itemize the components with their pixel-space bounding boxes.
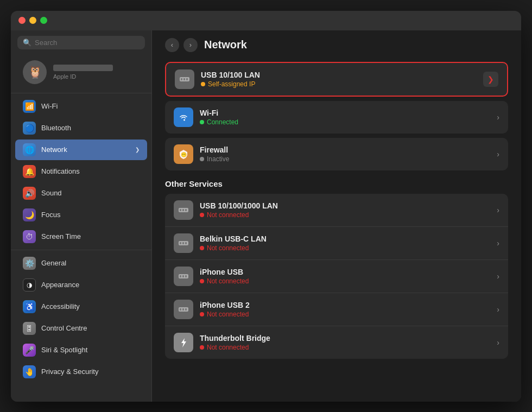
svg-rect-15	[182, 275, 184, 277]
sidebar: 🔍 🦉 Apple ID 📶 Wi-Fi 🔵 Bluetooth	[11, 30, 152, 402]
privacy-icon: 🤚	[23, 365, 36, 378]
wifi-net-status: Connected	[200, 118, 492, 126]
sidebar-item-privacy[interactable]: 🤚 Privacy & Security	[15, 362, 147, 382]
network-item-iphone-usb[interactable]: iPhone USB Not connected ›	[165, 260, 508, 293]
thunderbolt-status: Not connected	[200, 344, 492, 351]
wifi-status-dot	[200, 120, 204, 124]
firewall-status: Inactive	[200, 155, 492, 163]
apple-id-info: Apple ID	[53, 65, 113, 80]
sidebar-label-bluetooth: Bluetooth	[41, 124, 71, 132]
wifi-net-info: Wi-Fi Connected	[200, 109, 492, 126]
sidebar-item-accessibility[interactable]: ♿ Accessibility	[15, 296, 147, 317]
sidebar-item-wifi[interactable]: 📶 Wi-Fi	[15, 96, 147, 117]
iphone-usb-status: Not connected	[200, 277, 492, 285]
accessibility-icon: ♿	[23, 300, 36, 313]
forward-button[interactable]: ›	[183, 38, 198, 52]
sidebar-item-notifications[interactable]: 🔔 Notifications	[15, 161, 147, 182]
network-item-wifi[interactable]: Wi-Fi Connected ›	[165, 101, 508, 134]
iphone-usb-chevron-icon: ›	[497, 272, 499, 281]
firewall-info: Firewall Inactive	[200, 145, 492, 163]
sidebar-item-network[interactable]: 🌐 Network ❯	[15, 140, 147, 160]
wifi-status-text: Connected	[207, 118, 238, 126]
svg-rect-6	[180, 209, 181, 211]
sidebar-label-sound: Sound	[41, 189, 62, 197]
usb-lan-chevron-icon: ❯	[483, 72, 498, 87]
svg-text:😶: 😶	[181, 151, 187, 158]
firewall-icon: 😶	[174, 144, 193, 164]
svg-rect-7	[182, 209, 184, 211]
svg-rect-10	[180, 242, 181, 244]
sidebar-label-general: General	[41, 259, 66, 267]
firewall-status-text: Inactive	[207, 155, 229, 163]
usb-lan-name: USB 10/100 LAN	[201, 71, 479, 79]
sidebar-label-privacy: Privacy & Security	[41, 367, 98, 376]
network-item-thunderbolt[interactable]: Thunderbolt Bridge Not connected ›	[165, 326, 508, 359]
page-title: Network	[204, 39, 247, 51]
usb-gig-status-text: Not connected	[207, 211, 249, 219]
network-item-belkin[interactable]: Belkin USB-C LAN Not connected ›	[165, 227, 508, 260]
sidebar-item-general[interactable]: ⚙️ General	[15, 253, 147, 274]
sidebar-label-screentime: Screen Time	[41, 232, 81, 240]
back-button[interactable]: ‹	[165, 38, 179, 52]
belkin-chevron-icon: ›	[497, 239, 499, 248]
sidebar-label-network: Network	[41, 145, 67, 154]
sidebar-item-focus[interactable]: 🌙 Focus	[15, 205, 147, 225]
apple-id-username	[53, 65, 113, 71]
iphone-usb2-icon	[174, 300, 193, 319]
thunderbolt-info: Thunderbolt Bridge Not connected	[200, 334, 492, 351]
wifi-net-name: Wi-Fi	[200, 109, 492, 117]
svg-rect-1	[181, 78, 182, 80]
iphone-usb2-dot	[200, 312, 204, 316]
sidebar-label-siri: Siri & Spotlight	[41, 346, 87, 354]
controlcentre-icon: 🎛	[23, 322, 36, 335]
sidebar-item-sound[interactable]: 🔊 Sound	[15, 183, 147, 204]
iphone-usb-name: iPhone USB	[200, 268, 492, 276]
belkin-icon	[174, 233, 193, 253]
iphone-usb2-name: iPhone USB 2	[200, 301, 492, 309]
wifi-icon: 📶	[23, 100, 36, 113]
network-item-usb-lan[interactable]: USB 10/100 LAN Self-assigned IP ❯	[165, 62, 508, 97]
sidebar-item-bluetooth[interactable]: 🔵 Bluetooth	[15, 118, 147, 138]
svg-rect-2	[183, 78, 185, 80]
sidebar-item-controlcentre[interactable]: 🎛 Control Centre	[15, 318, 147, 339]
titlebar	[11, 11, 521, 30]
active-chevron-icon: ❯	[135, 147, 140, 153]
firewall-name: Firewall	[200, 145, 492, 154]
wifi-net-icon	[174, 107, 193, 127]
fullscreen-button[interactable]	[40, 17, 47, 24]
usb-lan-status-text: Self-assigned IP	[208, 80, 255, 88]
close-button[interactable]	[18, 17, 26, 24]
thunderbolt-name: Thunderbolt Bridge	[200, 334, 492, 343]
svg-rect-16	[185, 275, 187, 277]
main-panel: ‹ › Network USB 10/	[152, 30, 521, 402]
sidebar-item-appearance[interactable]: ◑ Appearance	[15, 275, 147, 295]
network-icon: 🌐	[23, 143, 36, 156]
sidebar-label-notifications: Notifications	[41, 167, 80, 175]
thunderbolt-icon	[174, 333, 193, 352]
svg-rect-14	[180, 275, 181, 277]
minimize-button[interactable]	[29, 17, 36, 24]
belkin-status-text: Not connected	[207, 244, 249, 252]
network-item-iphone-usb2[interactable]: iPhone USB 2 Not connected ›	[165, 293, 508, 326]
iphone-usb-icon	[174, 267, 193, 286]
panel-content: USB 10/100 LAN Self-assigned IP ❯	[152, 58, 521, 402]
apple-id-section[interactable]: 🦉 Apple ID	[15, 55, 147, 90]
network-item-usb-gig[interactable]: USB 10/100/1000 LAN Not connected ›	[165, 194, 508, 227]
iphone-usb2-status: Not connected	[200, 310, 492, 318]
thunderbolt-status-text: Not connected	[207, 344, 249, 351]
sidebar-label-appearance: Appearance	[41, 281, 79, 289]
traffic-lights	[18, 17, 47, 24]
network-item-firewall[interactable]: 😶 Firewall Inactive ›	[165, 138, 508, 170]
sidebar-label-focus: Focus	[41, 211, 60, 219]
focus-icon: 🌙	[23, 208, 36, 221]
siri-icon: 🎤	[23, 344, 36, 357]
usb-lan-status-dot	[201, 82, 205, 86]
other-services-group: USB 10/100/1000 LAN Not connected ›	[165, 194, 508, 359]
svg-marker-21	[181, 338, 186, 347]
svg-rect-20	[185, 308, 187, 310]
search-input[interactable]	[35, 39, 140, 47]
usb-lan-info: USB 10/100 LAN Self-assigned IP	[201, 71, 479, 88]
sidebar-item-screentime[interactable]: ⏱ Screen Time	[15, 226, 147, 247]
search-bar[interactable]: 🔍	[17, 36, 145, 49]
sidebar-item-siri[interactable]: 🎤 Siri & Spotlight	[15, 340, 147, 360]
